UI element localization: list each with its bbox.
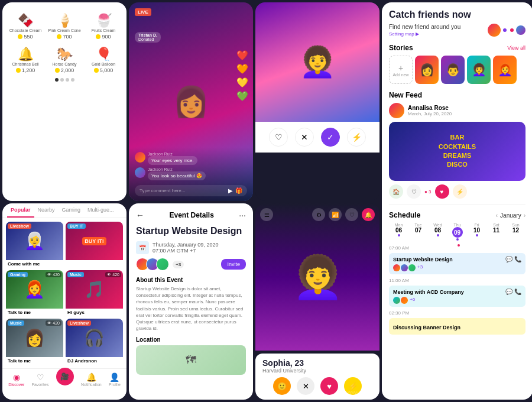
candy-item-6: 🎈 Gold Balloon 5,000	[86, 47, 121, 73]
profile-menu-icon[interactable]: ☰	[260, 208, 273, 221]
price-val-6: 5,000	[100, 67, 113, 73]
event-card-2[interactable]: Meeting with ACD Company 💬 📞 +6	[389, 286, 525, 307]
social-photo-card: 👩‍🦱 ♡ ✕ ✓ ⚡	[255, 2, 379, 201]
chat-icon-2: 💬	[505, 288, 512, 295]
stream-item-6[interactable]: 🎧 Liveshow DJ Andranon	[66, 319, 123, 365]
heart-icon[interactable]: ♡	[345, 208, 358, 221]
event-more-button[interactable]: ···	[239, 210, 246, 220]
candy-row2: 🔔 Christmas Bell 1,200 🐎 Horse Candy	[8, 47, 121, 73]
settings-icon[interactable]: ⚙	[312, 208, 325, 221]
profile-action-bolt[interactable]: ⚡	[344, 377, 362, 395]
chat-icon-1: 💬	[505, 256, 512, 262]
event-card-3[interactable]: Discussing Banner Design	[389, 318, 525, 335]
nf-bolt-btn[interactable]: ⚡	[453, 184, 467, 199]
nf-liked-btn[interactable]: ♥	[435, 184, 449, 199]
main-layout: 🍫 Chocolate Cream 550 🍦 Pink Cream Cone	[0, 0, 532, 402]
right-col: Catch friends now Find new friend around…	[382, 2, 532, 400]
invite-count: +3	[173, 261, 184, 268]
prev-month-btn[interactable]: ‹	[496, 212, 498, 219]
candy-emoji-1: 🍫	[18, 13, 34, 28]
candy-price-3: 900	[96, 34, 111, 40]
check-action[interactable]: ✓	[321, 128, 340, 147]
about-text: Startup Website Design is dolor sit amet…	[136, 286, 246, 332]
profile-university: Harvard University	[262, 368, 372, 374]
signal-icon[interactable]: 📶	[329, 208, 342, 221]
record-button[interactable]: 🎥	[56, 368, 74, 385]
candy-name-1: Chocolate Cream	[9, 28, 41, 33]
gift-icon[interactable]: 🎁	[235, 187, 242, 194]
map-placeholder: 🗺	[136, 345, 246, 375]
event-header: ← Event Details ···	[136, 210, 246, 220]
story-thumb-2[interactable]: 👨	[441, 56, 465, 84]
send-icon[interactable]: ▶	[228, 187, 233, 194]
ev-av-3	[408, 264, 416, 271]
profile-action-smile[interactable]: 🙂	[273, 377, 291, 395]
tab-nearby[interactable]: Nearby	[34, 203, 59, 218]
emoji-reactions: ❤️ 🧡 💛 💚	[236, 50, 248, 102]
month-nav: ‹ January ›	[496, 212, 525, 219]
close-action[interactable]: ✕	[295, 128, 314, 147]
view-all-btn[interactable]: View all	[507, 45, 525, 51]
stream-badge-1: Liveshow	[8, 223, 31, 229]
cal-day-tue: Tue 07	[408, 223, 428, 241]
stream-item-4[interactable]: 🎵 Music 👁 420 Hi guys	[66, 270, 123, 316]
calendar-days: Mon 06 Tue 07 Wed 08	[389, 223, 525, 241]
candy-name-4: Christmas Bell	[12, 62, 38, 66]
comment-avatar-1	[135, 152, 145, 163]
nav-notification[interactable]: 🔔 Notification	[81, 372, 102, 387]
tab-gaming[interactable]: Gaming	[59, 203, 85, 218]
stream-item-5[interactable]: 👩 Music 👁 420 Talk to me	[6, 319, 63, 365]
friend-avatar-1	[488, 24, 501, 37]
event-details-card: ← Event Details ··· Startup Website Desi…	[129, 203, 253, 400]
stream-tabs: Popular Nearby Gaming Multi-gue...	[2, 203, 126, 218]
profile-action-x[interactable]: ✕	[297, 377, 314, 395]
event-3-name: Discussing Banner Design	[393, 325, 460, 330]
add-story-btn[interactable]: + Add new	[389, 56, 413, 84]
story-thumb-1[interactable]: 👩	[415, 56, 439, 84]
nf-date: March, July 20, 2020	[408, 111, 452, 116]
back-button[interactable]: ←	[136, 210, 144, 220]
catch-friends-card: Catch friends now Find new friend around…	[382, 2, 532, 400]
nav-record[interactable]: 🎥	[56, 372, 74, 387]
candy-item-1: 🍫 Chocolate Cream 550	[8, 13, 43, 40]
price-val-3: 900	[102, 34, 111, 40]
candy-emoji-2: 🍦	[57, 13, 73, 28]
current-month: January	[500, 212, 521, 219]
stream-item-1[interactable]: 👩‍🦳 Liveshow Come with me	[6, 222, 63, 268]
nav-favorites[interactable]: ♡ Favorites	[32, 372, 49, 387]
nf-heart-btn[interactable]: ♡	[407, 184, 421, 199]
nf-user-row: Annalisa Rose March, July 20, 2020	[389, 103, 525, 118]
bar-line-4: DISCO	[439, 160, 476, 169]
nf-avatar	[389, 103, 404, 118]
story-thumb-4[interactable]: 👩‍🦰	[493, 56, 517, 84]
event-card-1[interactable]: Startup Website Design 💬 📞 +3	[389, 253, 525, 274]
event-date-row: 📅 Thursday, January 09, 2020 07:00 AM GT…	[136, 241, 246, 254]
bar-line-3: DREAMS	[439, 151, 476, 160]
ev-av-2	[401, 264, 408, 271]
nav-discover-label: Discover	[8, 382, 24, 387]
coin-5	[55, 68, 60, 73]
comment-text-1: Your eyes very nice.	[148, 156, 197, 165]
event-header-title: Event Details	[149, 211, 234, 219]
ev-av-1	[393, 264, 400, 271]
notification-bell-icon[interactable]: 🔔	[362, 208, 375, 221]
stream-item-3[interactable]: 👩‍🦰 Gaming 👁 420 Talk to me	[6, 270, 63, 316]
heart-action[interactable]: ♡	[269, 128, 288, 147]
bolt-action[interactable]: ⚡	[347, 128, 366, 147]
profile-action-heart[interactable]: ♥	[320, 377, 338, 395]
setting-map[interactable]: Setting map ▶	[389, 31, 460, 37]
event-2-avatars: +6	[393, 297, 521, 304]
invite-button[interactable]: Invite	[221, 259, 246, 270]
nav-discover[interactable]: ◉ Discover	[8, 372, 24, 387]
tab-multi[interactable]: Multi-gue...	[84, 203, 118, 218]
comment-input[interactable]: Type comment here... ▶ 🎁	[135, 185, 247, 196]
nf-home-btn[interactable]: 🏠	[389, 184, 403, 199]
nf-count: ● 3	[424, 189, 432, 194]
streaming-app-card: Popular Nearby Gaming Multi-gue... 👩‍🦳 L…	[2, 203, 126, 400]
profile-person-emoji: 👩‍🦱	[292, 253, 343, 302]
stream-item-2[interactable]: BUY IT! BUY IT	[66, 222, 123, 268]
tab-popular[interactable]: Popular	[7, 203, 34, 218]
next-month-btn[interactable]: ›	[524, 212, 525, 219]
story-thumb-3[interactable]: 👩‍🦱	[467, 56, 491, 84]
nav-profile[interactable]: 👤 Profile	[109, 372, 121, 387]
